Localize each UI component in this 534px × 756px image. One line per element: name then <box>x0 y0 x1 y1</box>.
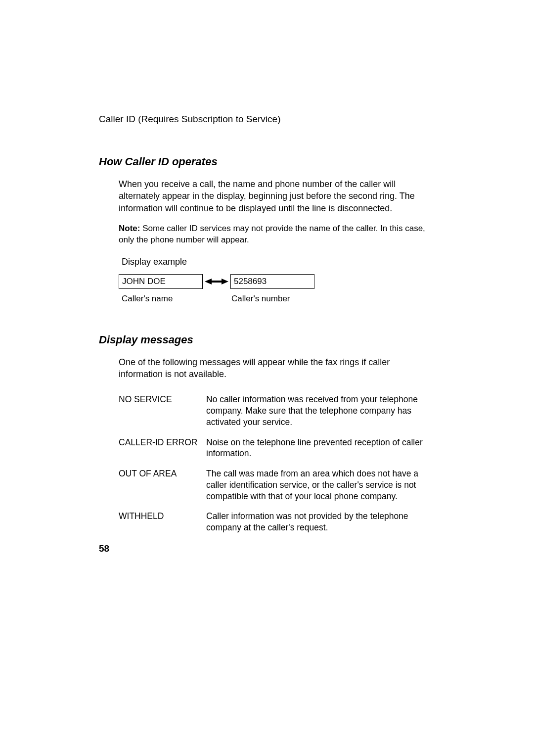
table-row: NO SERVICE No caller information was rec… <box>119 394 430 436</box>
msg-desc: The call was made from an area which doe… <box>206 468 430 511</box>
table-row: CALLER-ID ERROR Noise on the telephone l… <box>119 437 430 469</box>
page-number: 58 <box>99 543 109 554</box>
msg-term: OUT OF AREA <box>119 468 206 511</box>
table-row: OUT OF AREA The call was made from an ar… <box>119 468 430 511</box>
msg-desc: Noise on the telephone line prevented re… <box>206 437 430 469</box>
note-label: Note: <box>119 224 140 233</box>
svg-marker-1 <box>217 279 228 284</box>
display-box-number: 5258693 <box>230 274 314 289</box>
messages-intro: One of the following messages will appea… <box>119 356 430 380</box>
svg-marker-0 <box>205 279 217 284</box>
display-box-name: JOHN DOE <box>119 274 203 289</box>
display-example: JOHN DOE 5258693 <box>119 274 430 289</box>
msg-term: NO SERVICE <box>119 394 206 436</box>
section-heading-operates: How Caller ID operates <box>99 155 440 168</box>
msg-term: CALLER-ID ERROR <box>119 437 206 469</box>
section-heading-messages: Display messages <box>99 333 440 346</box>
para-how-operates: When you receive a call, the name and ph… <box>119 178 430 214</box>
caption-callers-number: Caller's number <box>230 294 290 304</box>
page-header: Caller ID (Requires Subscription to Serv… <box>99 114 440 125</box>
note-text: Note: Some caller ID services may not pr… <box>119 223 430 246</box>
caption-callers-name: Caller's name <box>119 294 203 304</box>
table-row: WITHHELD Caller information was not prov… <box>119 511 430 542</box>
messages-table: NO SERVICE No caller information was rec… <box>119 394 430 542</box>
msg-desc: Caller information was not provided by t… <box>206 511 430 542</box>
msg-term: WITHHELD <box>119 511 206 542</box>
msg-desc: No caller information was received from … <box>206 394 430 436</box>
double-arrow-icon <box>203 278 230 285</box>
note-body: Some caller ID services may not provide … <box>119 224 425 244</box>
display-example-label: Display example <box>122 257 430 267</box>
